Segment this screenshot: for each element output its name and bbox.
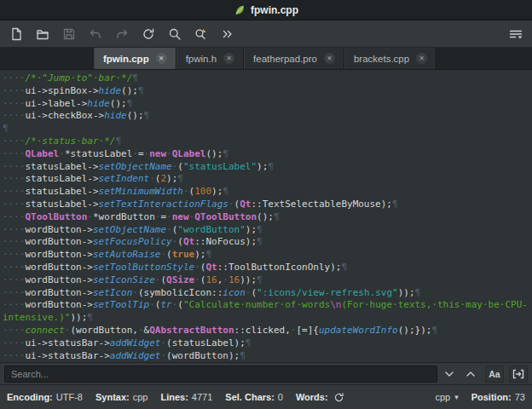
tab-close-icon[interactable]: ✕ [324,53,335,64]
code-line: ····wordButton->setToolButtonStyle·(Qt::… [3,262,532,274]
search-bar: Aa [0,362,532,384]
menu-icon [508,27,523,41]
new-document-button[interactable] [6,24,26,44]
tab-label: fpwin.h [186,54,217,64]
tab-close-icon[interactable]: ✕ [416,53,427,64]
search-and-replace-button[interactable] [191,24,211,44]
tab-featherpad.pro[interactable]: featherpad.pro✕ [244,48,344,69]
open-folder-icon [36,27,49,41]
title-bar[interactable]: fpwin.cpp [0,0,532,20]
tab-label: featherpad.pro [253,54,317,64]
code-line: ····/*·"Jump·to"·bar·*/¶ [3,72,532,85]
status-syntax-label: Syntax: [95,392,130,402]
reload-icon [142,27,155,41]
status-lines-value: 4771 [192,392,212,402]
code-line: ····statusLabel->setIndent·(2);¶ [3,173,532,186]
search-input[interactable] [4,366,437,383]
tab-close-icon[interactable]: ✕ [223,53,234,64]
code-line: ····statusLabel->setTextInteractionFlags… [3,199,532,211]
double-chevron-right-icon [221,27,234,41]
toolbar [0,20,532,48]
code-line: ····statusLabel->setObjectName·("statusL… [3,161,532,174]
status-lines-label: Lines: [160,392,188,402]
code-line: ¶ [3,123,532,135]
tab-label: fpwin.cpp [103,54,149,64]
code-line: ····wordButton->setToolTip·(tr·("Calcula… [3,299,532,312]
status-encoding-label: Encoding: [7,392,53,402]
code-line: ····statusLabel->setMinimumWidth·(100);¶ [3,186,532,199]
tab-fpwin.cpp[interactable]: fpwin.cpp✕ [94,48,176,69]
code-line: ····wordButton->setIconSize·(QSize·(16,·… [3,274,532,287]
tab-brackets.cpp[interactable]: brackets.cpp✕ [344,48,437,69]
match-case-icon: Aa [489,369,500,379]
editor[interactable]: ····/*·"Jump·to"·bar·*/¶····ui->spinBox-… [0,70,532,362]
code-line: ····ui->statusBar->addWidget·(wordButton… [3,350,532,362]
save-file-button[interactable] [59,24,79,44]
status-lines: Lines: 4771 [160,392,212,402]
featherpad-app-icon [234,4,246,16]
code-line: ····QToolButton·*wordButton·=·new·QToolB… [3,211,532,224]
whole-word-button[interactable] [509,366,528,383]
tab-label: brackets.cpp [354,54,409,64]
redo-button[interactable] [112,24,132,44]
status-words-label: Words: [296,392,328,402]
status-selected-chars-value: 0 [278,392,283,402]
status-words: Words: [296,389,347,405]
code-line: ····ui->label->hide();¶ [3,98,532,111]
chevron-up-icon [465,368,477,380]
chevron-down-icon: ▾ [454,393,459,401]
save-icon [62,27,76,41]
window-title: fpwin.cpp [251,4,298,16]
code-line: ····/*·status·bar·*/¶ [3,135,532,148]
match-case-button[interactable]: Aa [485,366,504,383]
search-next-button[interactable] [440,366,459,383]
search-and-replace-icon [194,27,208,41]
status-syntax-value: cpp [133,392,148,402]
syntax-selector-value: cpp [435,392,450,402]
redo-icon [115,27,129,41]
status-syntax: Syntax: cpp [95,392,148,402]
reload-button[interactable] [138,24,159,44]
word-count-refresh-button[interactable] [332,389,347,405]
menu-button[interactable] [506,24,526,44]
search-button[interactable] [165,24,185,44]
code-line: ····wordButton->setObjectName·("wordButt… [3,224,532,237]
code-line: ····wordButton->setIcon·(symbolicIcon::i… [3,287,532,300]
search-previous-button[interactable] [461,366,480,383]
search-icon [168,27,182,41]
open-file-button[interactable] [32,24,53,44]
code-line: ····ui->spinBox->hide();¶ [3,85,532,98]
status-bar: Encoding: UTF-8 Syntax: cpp Lines: 4771 … [0,384,532,409]
whole-word-icon [512,368,524,380]
syntax-selector[interactable]: cpp ▾ [435,392,458,402]
chevron-down-icon [443,368,455,380]
tab-close-icon[interactable]: ✕ [156,53,167,64]
undo-button[interactable] [85,24,106,44]
code-line: ····ui->statusBar->addWidget·(statusLabe… [3,337,532,350]
status-selected-chars-label: Sel. Chars: [225,392,274,402]
status-encoding-value: UTF-8 [56,392,83,402]
refresh-icon [333,392,344,403]
code-line: ····wordButton->setFocusPolicy·(Qt::NoFo… [3,236,532,249]
code-line: ····QLabel·*statusLabel·=·new·QLabel();¶ [3,148,532,161]
tab-bar: fpwin.cpp✕fpwin.h✕featherpad.pro✕bracket… [0,48,532,70]
code-line: intensive.)"));¶ [3,312,532,325]
undo-icon [89,27,102,41]
status-encoding: Encoding: UTF-8 [7,392,83,402]
status-selected-chars: Sel. Chars: 0 [225,392,283,402]
status-position-value: 73 [515,392,525,402]
status-position: Position: 73 [471,392,525,402]
code-line: ····ui->checkBox->hide();¶ [3,110,532,123]
featherpad-window: fpwin.cpp [0,0,532,409]
tab-fpwin.h[interactable]: fpwin.h✕ [176,48,244,69]
new-document-icon [9,27,23,41]
code-line: ····wordButton->setAutoRaise·(true);¶ [3,249,532,262]
more-toolbuttons-button[interactable] [217,24,238,44]
status-position-label: Position: [471,392,512,402]
code-line: ····connect·(wordButton,·&QAbstractButto… [3,325,532,337]
